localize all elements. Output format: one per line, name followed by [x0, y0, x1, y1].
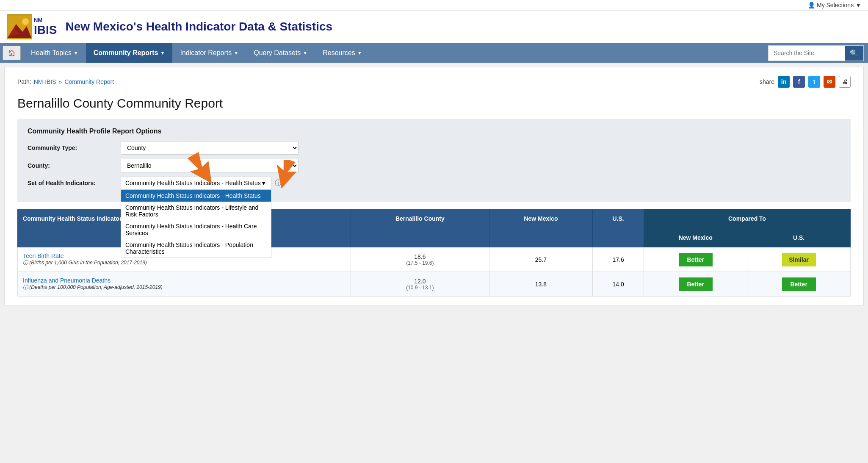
indicator-sub-1: ⓘ (Deaths per 100,000 Population, Age-ad…: [23, 284, 346, 291]
nav-resources[interactable]: Resources ▼: [315, 43, 369, 63]
badge-nm-0: Better: [679, 253, 713, 266]
breadcrumb-separator: »: [59, 78, 62, 85]
site-header: NM IBIS New Mexico's Health Indicator Da…: [0, 11, 868, 43]
health-indicators-selected-value: Community Health Status Indicators - Hea…: [125, 180, 261, 186]
county-select[interactable]: Bernalillo: [121, 159, 299, 172]
nav-query-datasets[interactable]: Query Datasets ▼: [246, 43, 315, 63]
breadcrumb-path: Path: NM-IBIS » Community Report: [17, 78, 114, 85]
health-indicators-dropdown-container: Community Health Status Indicators - Hea…: [121, 177, 271, 189]
cell-compared-us-0: Similar: [747, 247, 851, 272]
options-panel-title: Community Health Profile Report Options: [28, 128, 840, 135]
search-button[interactable]: 🔍: [845, 46, 863, 61]
col-new-mexico-subheader: [489, 228, 592, 247]
nav-home-button[interactable]: 🏠: [3, 46, 21, 60]
cell-compared-us-1: Better: [747, 272, 851, 297]
facebook-share-button[interactable]: f: [793, 76, 805, 88]
logo-image: [8, 16, 31, 38]
col-compared-nm-subheader: New Mexico: [644, 228, 747, 247]
col-us-header: U.S.: [592, 209, 644, 228]
breadcrumb-nm-ibis[interactable]: NM-IBIS: [34, 78, 56, 85]
options-panel: Community Health Profile Report Options …: [17, 119, 851, 202]
share-label: share: [760, 78, 774, 85]
share-area: share in f t ✉ 🖨: [760, 76, 851, 88]
community-type-row: Community Type: County: [28, 141, 840, 155]
my-selections-button[interactable]: 👤 My Selections ▼: [808, 2, 861, 8]
logo-area: NM IBIS: [7, 14, 57, 39]
linkedin-share-button[interactable]: in: [778, 76, 790, 88]
county-row: County: Bernalillo: [28, 159, 840, 172]
main-content: Path: NM-IBIS » Community Report share i…: [4, 67, 864, 305]
dropdown-item-health-status[interactable]: Community Health Status Indicators - Hea…: [121, 190, 271, 202]
community-type-select[interactable]: County: [121, 141, 299, 155]
cell-us-0: 17.6: [592, 247, 644, 272]
nav-indicator-reports-label: Indicator Reports: [180, 49, 232, 57]
community-type-label: Community Type:: [28, 144, 121, 151]
cell-compared-nm-1: Better: [644, 272, 747, 297]
cell-indicator-1: Influenza and Pneumonia Deaths ⓘ (Deaths…: [18, 272, 351, 297]
indicator-link-0[interactable]: Teen Birth Rate: [23, 252, 64, 259]
nav-query-datasets-label: Query Datasets: [254, 49, 301, 57]
bernalillo-val-0: 18.6: [414, 253, 426, 260]
nav-resources-chevron: ▼: [357, 50, 362, 55]
nav-community-reports-label: Community Reports: [94, 49, 158, 57]
logo-box: [7, 14, 32, 39]
dropdown-item-lifestyle[interactable]: Community Health Status Indicators - Lif…: [121, 202, 271, 220]
col-us-subheader: [592, 228, 644, 247]
indicator-link-1[interactable]: Influenza and Pneumonia Deaths: [23, 277, 111, 284]
svg-point-3: [22, 18, 29, 25]
my-selections-chevron: ▼: [855, 2, 861, 8]
cell-us-1: 14.0: [592, 272, 644, 297]
health-indicators-dropdown-menu: Community Health Status Indicators - Hea…: [121, 189, 271, 258]
help-icon[interactable]: ⓘ: [275, 179, 282, 188]
site-title: New Mexico's Health Indicator Data & Sta…: [65, 20, 861, 33]
cell-bernalillo-0: 18.6 (17.5 - 19.6): [351, 247, 489, 272]
badge-nm-1: Better: [679, 277, 713, 291]
breadcrumb-path-label: Path:: [17, 78, 31, 85]
search-area: 🔍: [768, 45, 864, 61]
col-bernalillo-header: Bernalillo County: [351, 209, 489, 228]
nav-health-topics-label: Health Topics: [31, 49, 72, 57]
nav-health-topics-chevron: ▼: [74, 50, 78, 55]
home-icon: 🏠: [8, 50, 15, 56]
dropdown-item-population[interactable]: Community Health Status Indicators - Pop…: [121, 239, 271, 258]
twitter-share-button[interactable]: t: [808, 76, 820, 88]
county-label: County:: [28, 162, 121, 169]
col-compared-us-subheader: U.S.: [747, 228, 851, 247]
nav-query-datasets-chevron: ▼: [303, 50, 307, 55]
badge-us-0: Similar: [782, 253, 816, 266]
health-indicators-chevron: ▼: [261, 180, 267, 186]
col-new-mexico-header: New Mexico: [489, 209, 592, 228]
table-row: Influenza and Pneumonia Deaths ⓘ (Deaths…: [18, 272, 851, 297]
health-indicators-select[interactable]: Community Health Status Indicators - Hea…: [121, 177, 271, 189]
navbar: 🏠 Health Topics ▼ Community Reports ▼ In…: [0, 43, 868, 63]
logo-ibis-text: IBIS: [34, 23, 57, 37]
nav-community-reports[interactable]: Community Reports ▼: [86, 43, 173, 63]
nav-indicator-reports[interactable]: Indicator Reports ▼: [172, 43, 246, 63]
nav-health-topics[interactable]: Health Topics ▼: [23, 43, 86, 63]
breadcrumb-community-report[interactable]: Community Report: [64, 78, 114, 85]
nav-resources-label: Resources: [323, 49, 355, 57]
person-icon: 👤: [808, 2, 815, 8]
bernalillo-range-0: (17.5 - 19.6): [356, 260, 484, 266]
print-button[interactable]: 🖨: [839, 76, 851, 88]
cell-nm-1: 13.8: [489, 272, 592, 297]
col-bernalillo-subheader: [351, 228, 489, 247]
health-indicators-label: Set of Health Indicators:: [28, 180, 121, 186]
my-selections-label: My Selections: [817, 2, 854, 8]
indicator-sub-0: ⓘ (Births per 1,000 Girls in the Populat…: [23, 259, 346, 266]
top-bar: 👤 My Selections ▼: [0, 0, 868, 11]
breadcrumb-bar: Path: NM-IBIS » Community Report share i…: [17, 76, 851, 88]
health-indicators-row: Set of Health Indicators: Community Heal…: [28, 177, 840, 189]
logo-nm-text: NM: [34, 17, 57, 23]
cell-nm-0: 25.7: [489, 247, 592, 272]
bernalillo-range-1: (10.9 - 13.1): [356, 285, 484, 291]
dropdown-item-health-care[interactable]: Community Health Status Indicators - Hea…: [121, 220, 271, 239]
badge-us-1: Better: [782, 277, 816, 291]
cell-compared-nm-0: Better: [644, 247, 747, 272]
bernalillo-val-1: 12.0: [414, 278, 426, 285]
nav-community-reports-chevron: ▼: [160, 50, 165, 55]
nav-indicator-reports-chevron: ▼: [234, 50, 238, 55]
search-input[interactable]: [768, 46, 845, 60]
email-share-button[interactable]: ✉: [824, 76, 835, 88]
col-compared-header: Compared To: [644, 209, 851, 228]
